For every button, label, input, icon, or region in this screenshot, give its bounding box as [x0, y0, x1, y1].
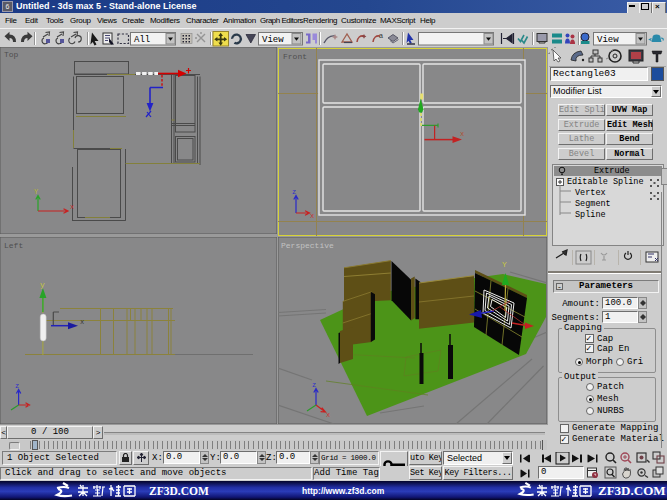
- svg-text:a: a: [379, 32, 383, 39]
- svg-text:x: x: [326, 411, 330, 419]
- svg-text:x: x: [80, 318, 84, 326]
- svg-text:Left: Left: [4, 241, 23, 250]
- svg-text:ZF3D.COM: ZF3D.COM: [598, 483, 666, 498]
- svg-text:Perspective: Perspective: [281, 241, 334, 250]
- svg-text:z: z: [312, 381, 316, 389]
- svg-text:ZF3D.COM: ZF3D.COM: [149, 485, 209, 497]
- svg-text:x: x: [70, 203, 74, 211]
- svg-text:Top: Top: [4, 50, 19, 59]
- svg-text:Y: Y: [502, 260, 507, 269]
- svg-text:z: z: [15, 382, 19, 390]
- svg-text:x: x: [310, 212, 314, 220]
- svg-text:y: y: [40, 280, 45, 289]
- svg-text:View: View: [597, 35, 619, 45]
- svg-text:z: z: [292, 188, 296, 196]
- svg-text:http://www.zf3d.com: http://www.zf3d.com: [302, 486, 385, 496]
- svg-text:All: All: [134, 35, 150, 45]
- svg-text:Front: Front: [283, 52, 307, 61]
- svg-text:x: x: [460, 130, 464, 138]
- svg-text:View: View: [262, 35, 284, 45]
